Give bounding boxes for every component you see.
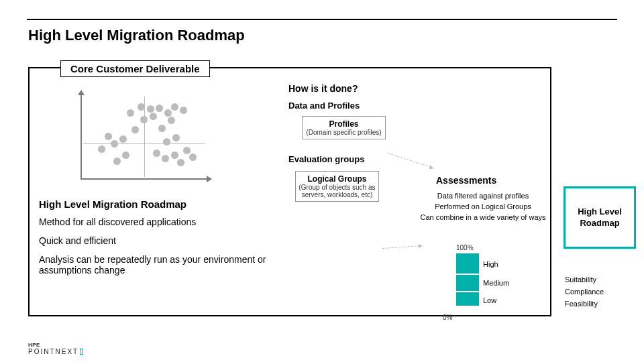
- waterfall-chart: 100% High Medium Low 0%: [416, 248, 564, 325]
- scatter-point: [189, 154, 197, 161]
- scatter-point: [122, 152, 129, 159]
- x-axis: [80, 178, 208, 180]
- scatter-point: [113, 158, 121, 165]
- wf-right-labels: Suitability Compliance Feasibility: [565, 274, 604, 310]
- logical-groups-box: Logical Groups (Group of objects such as…: [295, 171, 379, 202]
- profiles-box: Profiles (Domain specific profiles): [302, 116, 386, 139]
- scatter-point: [158, 125, 166, 132]
- wf-label-low: Low: [483, 296, 496, 304]
- wf-tick-top: 100%: [456, 244, 474, 251]
- lg-box-title: Logical Groups: [297, 174, 377, 184]
- wf-tick-bot: 0%: [443, 314, 452, 321]
- left-line-2: Quick and efficient: [39, 235, 274, 246]
- wf-right-3: Feasibility: [565, 298, 604, 310]
- deliverable-badge: Core Customer Deliverable: [60, 60, 210, 77]
- logo-top: HPE: [28, 342, 83, 348]
- assess-line-3: Can combine in a wide variety of ways: [419, 213, 547, 223]
- wf-bar-high: [456, 253, 479, 274]
- scatter-chart: [80, 94, 208, 180]
- scatter-point: [127, 109, 134, 117]
- logo: HPE POINTNEXT: [28, 342, 83, 355]
- profiles-box-sub: (Domain specific profiles): [304, 129, 384, 136]
- scatter-point: [180, 107, 187, 114]
- wf-right-2: Compliance: [565, 286, 604, 298]
- scatter-point: [177, 159, 184, 166]
- mid-heading: How is it done?: [288, 83, 402, 94]
- scatter-point: [147, 105, 154, 113]
- mid-eval-heading: Evaluation groups: [288, 154, 402, 166]
- scatter-point: [119, 135, 127, 143]
- mid-sub-data-profiles: Data and Profiles: [288, 101, 402, 111]
- arrow-right-icon: [207, 176, 212, 182]
- profiles-box-title: Profiles: [304, 119, 384, 129]
- wf-bar-medium: [456, 275, 479, 291]
- scatter-point: [172, 134, 180, 141]
- scatter-point: [138, 103, 145, 111]
- left-heading: High Level Migration Roadmap: [39, 198, 274, 210]
- middle-column: How is it done? Data and Profiles Profil…: [288, 83, 402, 202]
- wf-bar-low: [456, 292, 479, 306]
- logo-bottom-text: POINTNEXT: [28, 348, 78, 355]
- scatter-point: [131, 126, 139, 133]
- scatter-point: [98, 145, 105, 153]
- logo-bottom: POINTNEXT: [28, 348, 83, 355]
- roadmap-box-label: High Level Roadmap: [566, 206, 634, 229]
- left-line-3: Analysis can be repeatedly run as your e…: [39, 254, 274, 276]
- assess-line-1: Data filtered against profiles: [419, 191, 547, 202]
- horizontal-midline: [83, 143, 205, 144]
- scatter-point: [171, 152, 178, 159]
- scatter-point: [153, 149, 160, 157]
- assess-line-2: Performed on Logical Groups: [419, 202, 547, 213]
- wf-label-medium: Medium: [483, 279, 509, 287]
- left-text-block: High Level Migration Roadmap Method for …: [39, 198, 274, 284]
- logo-mark-icon: [80, 349, 83, 355]
- assessments-heading: Assessments: [436, 175, 496, 186]
- scatter-point: [162, 155, 169, 162]
- scatter-point: [183, 147, 191, 154]
- scatter-point: [171, 103, 178, 111]
- wf-label-high: High: [483, 260, 498, 268]
- top-rule: [27, 19, 617, 20]
- page-title: High Level Migration Roadmap: [28, 27, 245, 44]
- scatter-point: [156, 105, 163, 112]
- arrow-up-icon: [78, 90, 85, 95]
- assessments-lines: Data filtered against profiles Performed…: [419, 191, 547, 223]
- lg-box-sub: (Group of objects such as servers, workl…: [297, 184, 377, 198]
- scatter-point: [140, 116, 148, 123]
- scatter-point: [150, 113, 157, 120]
- left-line-1: Method for all discovered applications: [39, 217, 274, 227]
- y-axis: [80, 94, 82, 180]
- roadmap-box: High Level Roadmap: [564, 186, 636, 249]
- wf-right-1: Suitability: [565, 274, 604, 286]
- scatter-point: [111, 140, 118, 147]
- scatter-point: [164, 109, 172, 117]
- scatter-point: [105, 133, 112, 140]
- scatter-point: [168, 117, 175, 124]
- scatter-point: [163, 138, 170, 145]
